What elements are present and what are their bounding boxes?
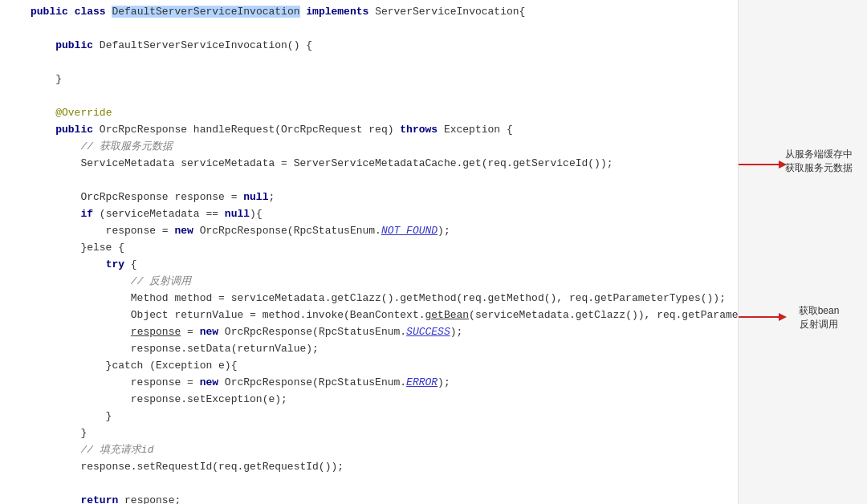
line-content-20: response = new OrcRpcResponse(RpcStatusE… xyxy=(27,323,738,340)
code-line-21: response.setData(returnValue); xyxy=(0,340,738,357)
code-line-15: }else { xyxy=(0,239,738,256)
code-line-25: } xyxy=(0,408,738,425)
keyword-implements: implements xyxy=(306,6,368,18)
enum-error: ERROR xyxy=(406,376,438,388)
code-line-9: // 获取服务元数据 xyxy=(0,138,738,155)
line-indicator-28 xyxy=(0,458,3,475)
line-content-14: response = new OrcRpcResponse(RpcStatusE… xyxy=(27,222,738,239)
comment-fill-reqid: // 填充请求id xyxy=(80,444,153,456)
code-line-26: } xyxy=(0,425,738,441)
code-line-5: } xyxy=(0,71,738,87)
kw-new3: new xyxy=(200,376,218,388)
line-indicator-15 xyxy=(0,239,3,256)
code-line-4 xyxy=(0,54,738,71)
line-content-11 xyxy=(27,172,738,189)
line-content-8: public OrcRpcResponse handleRequest(OrcR… xyxy=(27,121,738,138)
comment-reflect: // 反射调用 xyxy=(131,275,191,287)
line-content-16: try { xyxy=(27,256,738,273)
code-line-17: // 反射调用 xyxy=(0,273,738,290)
line-indicator-12 xyxy=(0,189,3,205)
kw-return: return xyxy=(80,494,118,504)
line-content-4 xyxy=(27,54,738,71)
line-indicator-17 xyxy=(0,273,3,290)
line-indicator-24 xyxy=(0,391,3,408)
code-line-14: response = new OrcRpcResponse(RpcStatusE… xyxy=(0,222,738,239)
code-line-7: @Override xyxy=(0,104,738,121)
line-content-23: response = new OrcRpcResponse(RpcStatusE… xyxy=(27,374,738,391)
arrow1-line xyxy=(739,164,780,165)
line-indicator-11 xyxy=(0,172,3,189)
code-line-2 xyxy=(0,20,738,37)
line-content-28: response.setRequestId(req.getRequestId()… xyxy=(27,458,738,475)
arrow2-container: 获取bean反射调用 xyxy=(739,316,867,318)
annotation-override: @Override xyxy=(55,107,112,119)
line-indicator-8 xyxy=(0,121,3,138)
code-line-29 xyxy=(0,475,738,492)
kw-new2: new xyxy=(200,326,218,338)
line-content-15: }else { xyxy=(27,239,738,256)
arrow1-container: 从服务端缓存中获取服务元数据 xyxy=(739,164,867,165)
enum-not-found: NOT_FOUND xyxy=(381,225,438,237)
code-line-23: response = new OrcRpcResponse(RpcStatusE… xyxy=(0,374,738,391)
kw-null2: null xyxy=(225,208,250,220)
keyword-public: public xyxy=(31,6,68,18)
code-line-22: }catch (Exception e){ xyxy=(0,357,738,374)
line-indicator-25 xyxy=(0,408,3,425)
line-content-21: response.setData(returnValue); xyxy=(27,340,738,357)
line-content-24: response.setException(e); xyxy=(27,391,738,408)
classname-highlight: DefaultServerServiceInvocation xyxy=(112,6,299,18)
kw-try: try xyxy=(106,258,124,270)
line-indicator-3 xyxy=(0,37,3,54)
code-line-18: Method method = serviceMetadata.getClazz… xyxy=(0,290,738,307)
line-indicator-29 xyxy=(0,475,3,492)
code-line-30: return response; xyxy=(0,492,738,504)
line-content-29 xyxy=(27,475,738,492)
code-line-12: OrcRpcResponse response = null; xyxy=(0,189,738,205)
line-content-22: }catch (Exception e){ xyxy=(27,357,738,374)
line-content-1: public class DefaultServerServiceInvocat… xyxy=(27,3,738,20)
arrow2-line xyxy=(739,316,780,318)
annotation-panel: 从服务端缓存中获取服务元数据 获取bean反射调用 xyxy=(739,0,867,504)
kw-new1: new xyxy=(174,225,193,237)
line-content-7: @Override xyxy=(27,104,738,121)
enum-success: SUCCESS xyxy=(406,326,450,338)
code-line-24: response.setException(e); xyxy=(0,391,738,408)
line-indicator-10 xyxy=(0,155,3,172)
code-line-1: public class DefaultServerServiceInvocat… xyxy=(0,3,738,20)
kw-if: if xyxy=(80,208,93,220)
line-content-2 xyxy=(27,20,738,37)
line-content-18: Method method = serviceMetadata.getClazz… xyxy=(27,290,738,307)
line-indicator-19 xyxy=(0,307,3,323)
line-content-5: } xyxy=(27,71,738,87)
line-indicator-23 xyxy=(0,374,3,391)
line-content-26: } xyxy=(27,425,738,441)
line-indicator-5 xyxy=(0,71,3,87)
code-line-20: response = new OrcRpcResponse(RpcStatusE… xyxy=(0,323,738,340)
code-line-10: ServiceMetadata serviceMetadata = Server… xyxy=(0,155,738,172)
kw-public: public xyxy=(55,39,93,51)
var-response2: response xyxy=(124,494,174,504)
code-line-28: response.setRequestId(req.getRequestId()… xyxy=(0,458,738,475)
line-indicator-7 xyxy=(0,104,3,121)
line-content-17: // 反射调用 xyxy=(27,273,738,290)
comment-get-metadata: // 获取服务元数据 xyxy=(80,140,172,152)
line-content-10: ServiceMetadata serviceMetadata = Server… xyxy=(27,155,738,172)
line-indicator-9 xyxy=(0,138,3,155)
line-indicator-27 xyxy=(0,441,3,458)
line-content-30: return response; xyxy=(27,492,738,504)
code-line-13: if (serviceMetadata == null){ xyxy=(0,205,738,222)
line-indicator-14 xyxy=(0,222,3,239)
line-content-19: Object returnValue = method.invoke(BeanC… xyxy=(27,307,739,323)
code-line-8: public OrcRpcResponse handleRequest(OrcR… xyxy=(0,121,738,138)
line-content-13: if (serviceMetadata == null){ xyxy=(27,205,738,222)
method-getbean: getBean xyxy=(425,309,469,321)
code-line-3: public DefaultServerServiceInvocation() … xyxy=(0,37,738,54)
line-content-9: // 获取服务元数据 xyxy=(27,138,738,155)
line-content-6 xyxy=(27,87,738,104)
line-indicator-1 xyxy=(0,3,3,20)
line-indicator-20 xyxy=(0,323,3,340)
line-content-3: public DefaultServerServiceInvocation() … xyxy=(27,37,738,54)
line-content-12: OrcRpcResponse response = null; xyxy=(27,189,738,205)
arrow2-text: 获取bean反射调用 xyxy=(783,304,855,331)
arrow1-text: 从服务端缓存中获取服务元数据 xyxy=(783,148,855,175)
